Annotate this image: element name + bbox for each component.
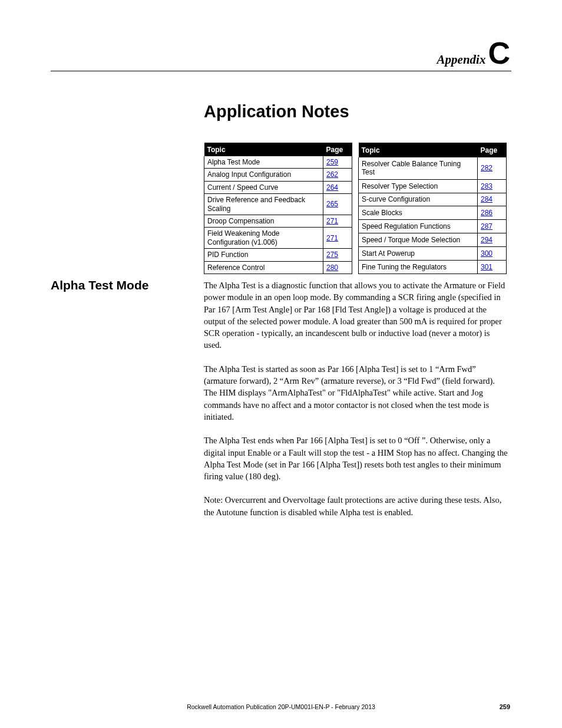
toc-page-header: Page xyxy=(478,143,507,157)
toc-row: Start At Powerup300 xyxy=(359,247,507,261)
body-text: The Alpha Test is a diagnostic function … xyxy=(204,279,509,530)
toc-topic: Drive Reference and Feedback Scaling xyxy=(204,194,323,215)
toc-page-link[interactable]: 280 xyxy=(326,263,338,272)
appendix-letter: C xyxy=(488,41,510,66)
toc-topic: Droop Compensation xyxy=(204,215,323,227)
page-title: Application Notes xyxy=(204,102,349,121)
toc-topic: Resolver Cable Balance Tuning Test xyxy=(359,157,478,180)
toc-page-link[interactable]: 301 xyxy=(481,263,492,271)
header-rule xyxy=(51,71,511,71)
toc-row: Droop Compensation271 xyxy=(204,215,352,227)
body-paragraph: Note: Overcurrent and Overvoltage fault … xyxy=(204,494,509,518)
body-paragraph: The Alpha Test is started as soon as Par… xyxy=(204,363,509,423)
toc-topic-header: Topic xyxy=(359,143,478,157)
toc-row: Speed Regulation Functions287 xyxy=(359,220,507,233)
footer-page-number: 259 xyxy=(500,703,510,710)
toc-row: Drive Reference and Feedback Scaling265 xyxy=(204,194,352,215)
toc-topic-header: Topic xyxy=(204,143,323,157)
toc-page-link[interactable]: 259 xyxy=(326,158,338,166)
toc-right-table: Topic Page Resolver Cable Balance Tuning… xyxy=(358,143,507,274)
appendix-label: Appendix xyxy=(437,52,486,67)
toc-row: PID Function275 xyxy=(204,249,352,261)
body-paragraph: The Alpha Test is a diagnostic function … xyxy=(204,279,509,351)
body-paragraph: The Alpha Test ends when Par 166 [Alpha … xyxy=(204,434,509,482)
toc-topic: Analog Input Configuration xyxy=(204,169,323,181)
toc-topic: Field Weakening Mode Configuration (v1.0… xyxy=(204,228,323,249)
toc-page-header: Page xyxy=(323,143,352,157)
toc-topic: PID Function xyxy=(204,249,323,261)
toc-page-link[interactable]: 271 xyxy=(326,234,338,242)
toc-row: Scale Blocks286 xyxy=(359,206,507,220)
toc-topic: Start At Powerup xyxy=(359,247,478,261)
appendix-header: Appendix C xyxy=(437,41,510,67)
toc-page-link[interactable]: 275 xyxy=(326,251,338,259)
toc-page-link[interactable]: 262 xyxy=(326,170,338,179)
table-of-contents: Topic Page Alpha Test Mode259 Analog Inp… xyxy=(204,143,507,274)
toc-topic: Reference Control xyxy=(204,261,323,274)
toc-row: Fine Tuning the Regulators301 xyxy=(359,260,507,274)
toc-page-link[interactable]: 300 xyxy=(481,249,492,258)
toc-page-link[interactable]: 287 xyxy=(481,222,492,230)
toc-row: S-curve Configuration284 xyxy=(359,193,507,206)
toc-page-link[interactable]: 294 xyxy=(481,236,492,244)
toc-page-link[interactable]: 282 xyxy=(481,164,492,172)
toc-row: Reference Control280 xyxy=(204,261,352,274)
toc-row: Alpha Test Mode259 xyxy=(204,156,352,169)
toc-topic: Speed Regulation Functions xyxy=(359,220,478,233)
toc-row: Resolver Cable Balance Tuning Test282 xyxy=(359,157,507,180)
toc-row: Current / Speed Curve264 xyxy=(204,181,352,193)
toc-topic: Scale Blocks xyxy=(359,206,478,220)
toc-page-link[interactable]: 284 xyxy=(481,195,492,203)
toc-topic: Current / Speed Curve xyxy=(204,181,323,193)
toc-page-link[interactable]: 271 xyxy=(326,217,338,225)
toc-topic: Alpha Test Mode xyxy=(204,156,323,169)
toc-page-link[interactable]: 283 xyxy=(481,182,492,190)
toc-page-link[interactable]: 286 xyxy=(481,209,492,217)
toc-page-link[interactable]: 264 xyxy=(326,183,338,192)
document-page: Appendix C Application Notes Topic Page … xyxy=(0,0,562,728)
toc-topic: Fine Tuning the Regulators xyxy=(359,260,478,274)
toc-topic: Speed / Torque Mode Selection xyxy=(359,233,478,247)
toc-page-link[interactable]: 265 xyxy=(326,200,338,208)
toc-row: Analog Input Configuration262 xyxy=(204,169,352,181)
toc-topic: S-curve Configuration xyxy=(359,193,478,206)
toc-row: Resolver Type Selection283 xyxy=(359,179,507,193)
toc-row: Field Weakening Mode Configuration (v1.0… xyxy=(204,228,352,249)
toc-left-table: Topic Page Alpha Test Mode259 Analog Inp… xyxy=(204,143,352,274)
toc-row: Speed / Torque Mode Selection294 xyxy=(359,233,507,247)
section-heading: Alpha Test Mode xyxy=(51,278,148,292)
toc-topic: Resolver Type Selection xyxy=(359,179,478,193)
footer-publication: Rockwell Automation Publication 20P-UM00… xyxy=(0,703,562,710)
